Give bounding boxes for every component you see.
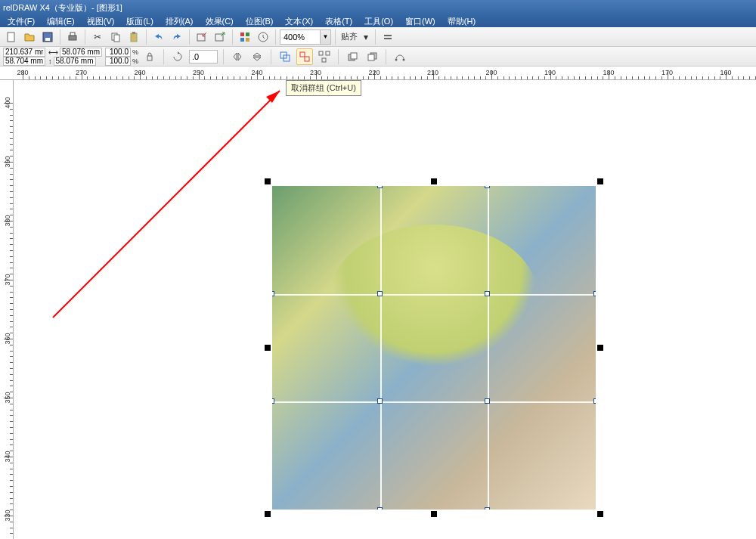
rotate-icon[interactable]	[169, 48, 186, 65]
svg-rect-22	[305, 57, 309, 61]
node-handle[interactable]	[377, 291, 383, 296]
selection-handle[interactable]	[265, 511, 271, 517]
bitmap-image[interactable]	[272, 186, 596, 510]
node-handle[interactable]	[485, 398, 490, 404]
title-bar: relDRAW X4（专业版）- [图形1]	[0, 0, 756, 15]
grid-line	[272, 294, 596, 296]
node-handle[interactable]	[593, 398, 596, 404]
width-input[interactable]	[60, 48, 102, 57]
menu-window[interactable]: 窗口(W)	[399, 16, 442, 27]
zoom-input[interactable]	[280, 33, 320, 42]
svg-rect-16	[384, 35, 392, 36]
svg-rect-13	[240, 38, 244, 42]
node-handle[interactable]	[593, 291, 596, 296]
convert-curves-icon[interactable]	[392, 48, 408, 65]
menu-layout[interactable]: 版面(L)	[120, 16, 159, 27]
svg-rect-24	[326, 51, 330, 55]
cut-icon[interactable]: ✂	[89, 29, 106, 45]
to-back-icon[interactable]	[364, 48, 380, 65]
snap-dropdown-icon[interactable]: ▾	[361, 29, 371, 45]
selected-group[interactable]	[272, 186, 596, 510]
mirror-v-icon[interactable]	[249, 48, 265, 65]
node-handle[interactable]	[377, 186, 383, 188]
separator	[375, 29, 376, 45]
to-front-icon[interactable]	[344, 48, 361, 65]
group-icon[interactable]	[277, 48, 293, 65]
print-icon[interactable]	[64, 29, 81, 45]
app-launcher-icon[interactable]	[237, 29, 253, 45]
menu-arrange[interactable]: 排列(A)	[160, 16, 200, 27]
x-input[interactable]	[3, 48, 45, 57]
mirror-h-icon[interactable]	[229, 48, 246, 65]
node-handle[interactable]	[377, 507, 383, 510]
zoom-combo[interactable]: ▼	[280, 29, 331, 45]
vertical-ruler: 400390380370360350340330	[0, 80, 14, 539]
options-icon[interactable]	[380, 29, 396, 45]
menu-edit[interactable]: 编辑(E)	[41, 16, 81, 27]
node-handle[interactable]	[272, 398, 274, 404]
new-icon[interactable]	[3, 29, 20, 45]
menu-file[interactable]: 文件(F)	[2, 16, 41, 27]
separator	[189, 29, 190, 45]
svg-rect-11	[240, 33, 244, 36]
redo-icon[interactable]	[169, 29, 185, 45]
svg-rect-17	[384, 38, 392, 39]
selection-handle[interactable]	[431, 511, 437, 517]
ungroup-icon[interactable]	[296, 48, 313, 65]
selection-handle[interactable]	[431, 178, 437, 184]
selection-handle[interactable]	[597, 345, 603, 351]
scale-y-input[interactable]	[105, 57, 131, 66]
separator	[60, 29, 60, 45]
paste-icon[interactable]	[125, 29, 142, 45]
svg-point-30	[395, 58, 398, 60]
node-handle[interactable]	[485, 186, 490, 188]
snap-label: 贴齐	[339, 31, 359, 42]
svg-rect-21	[300, 52, 305, 57]
ungroup-all-icon[interactable]	[316, 48, 333, 65]
svg-rect-8	[132, 32, 135, 34]
selection-handle[interactable]	[597, 511, 603, 517]
menu-help[interactable]: 帮助(H)	[442, 16, 482, 27]
selection-handle[interactable]	[597, 178, 603, 184]
zoom-dropdown-icon[interactable]: ▼	[320, 30, 330, 44]
selection-handle[interactable]	[265, 345, 271, 351]
node-handle[interactable]	[377, 398, 383, 404]
svg-rect-4	[70, 33, 75, 36]
svg-rect-7	[131, 33, 137, 42]
selection-handle[interactable]	[265, 178, 271, 184]
svg-rect-6	[114, 35, 119, 42]
menu-effects[interactable]: 效果(C)	[200, 16, 240, 27]
menu-table[interactable]: 表格(T)	[319, 16, 358, 27]
separator	[275, 29, 276, 45]
save-icon[interactable]	[39, 29, 56, 45]
canvas[interactable]	[14, 80, 756, 539]
undo-icon[interactable]	[150, 29, 167, 45]
svg-rect-3	[69, 36, 76, 40]
scale-x-input[interactable]	[105, 48, 131, 57]
tooltip: 取消群组 (Ctrl+U)	[286, 80, 361, 96]
height-input[interactable]	[54, 57, 96, 66]
copy-icon[interactable]	[107, 29, 124, 45]
svg-point-31	[403, 58, 405, 60]
open-icon[interactable]	[21, 29, 38, 45]
export-icon[interactable]	[212, 29, 228, 45]
menu-view[interactable]: 视图(V)	[81, 16, 121, 27]
svg-rect-14	[246, 38, 249, 42]
welcome-icon[interactable]	[255, 29, 271, 45]
separator	[338, 49, 339, 64]
lock-ratio-icon[interactable]	[141, 48, 158, 65]
separator	[223, 49, 224, 64]
y-input[interactable]	[3, 57, 45, 66]
node-handle[interactable]	[485, 291, 490, 296]
node-handle[interactable]	[272, 291, 274, 296]
position-block	[3, 48, 45, 66]
separator	[271, 49, 271, 64]
rotation-input[interactable]	[189, 50, 218, 64]
import-icon[interactable]	[194, 29, 210, 45]
menu-text[interactable]: 文本(X)	[279, 16, 319, 27]
menu-tools[interactable]: 工具(O)	[358, 16, 399, 27]
separator	[163, 49, 164, 64]
svg-rect-23	[319, 51, 323, 55]
menu-bitmaps[interactable]: 位图(B)	[240, 16, 280, 27]
node-handle[interactable]	[485, 507, 490, 510]
